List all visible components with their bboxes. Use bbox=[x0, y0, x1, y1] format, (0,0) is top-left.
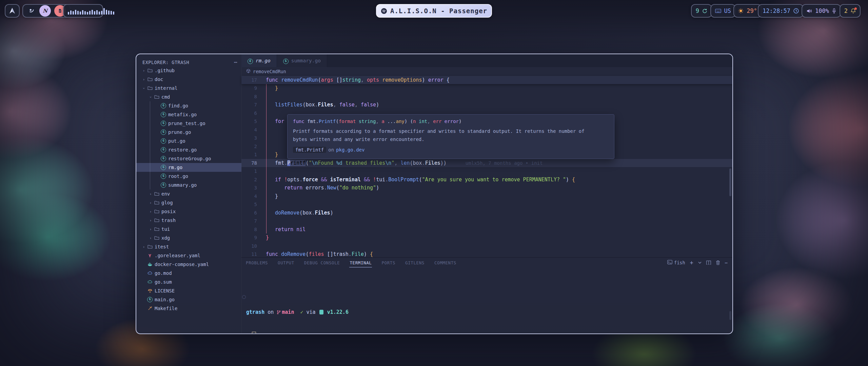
tree-item-go.sum[interactable]: go.sum bbox=[136, 278, 241, 286]
tab-rm.go[interactable]: Grm.go bbox=[241, 54, 277, 67]
tree-item-xdg[interactable]: ›xdg bbox=[136, 233, 241, 242]
audio-widget[interactable]: 100% bbox=[802, 4, 841, 18]
panel-tab-output[interactable]: OUTPUT bbox=[277, 260, 295, 266]
tree-item-env[interactable]: ›env bbox=[136, 189, 241, 198]
tree-item-label: xdg bbox=[161, 235, 170, 241]
code-token bbox=[266, 210, 275, 216]
tree-item-tui[interactable]: ›tui bbox=[136, 225, 241, 233]
code-line[interactable]: 78 fmt.Printf("\nFound %d trashed files\… bbox=[241, 159, 732, 167]
line-number: 4 bbox=[241, 194, 257, 199]
tree-item-cmd[interactable]: ›cmd bbox=[136, 93, 241, 101]
code-token: "do nothing" bbox=[339, 185, 376, 191]
tree-item-.github[interactable]: ›.github bbox=[136, 66, 241, 75]
explorer-more-actions-icon[interactable]: ⋯ bbox=[234, 59, 237, 65]
code-line[interactable]: 7 bbox=[241, 217, 732, 225]
tree-item-label: cmd bbox=[161, 94, 170, 100]
code-line[interactable]: 4 } bbox=[241, 192, 732, 201]
tree-item-.goreleaser.yaml[interactable]: Y.goreleaser.yaml bbox=[136, 251, 241, 260]
panel-tab-comments[interactable]: COMMENTS bbox=[434, 260, 457, 266]
kill-terminal-trash-icon[interactable] bbox=[716, 260, 720, 265]
breadcrumb[interactable]: removeCmdRun bbox=[241, 67, 732, 76]
code-token bbox=[266, 102, 275, 108]
tree-item-prune_test.go[interactable]: Gprune_test.go bbox=[136, 119, 241, 128]
terminal-profile-chevron-icon[interactable] bbox=[698, 262, 702, 264]
tree-item-Makefile[interactable]: Makefile bbox=[136, 304, 241, 313]
code-token: trashed files bbox=[342, 160, 385, 166]
tree-item-put.go[interactable]: Gput.go bbox=[136, 137, 241, 145]
tree-item-LICENSE[interactable]: LICENSE bbox=[136, 286, 241, 295]
bell-icon bbox=[851, 8, 856, 14]
tree-item-rm.go[interactable]: Grm.go bbox=[136, 163, 241, 172]
code-line[interactable]: 2 if !opts.force && isTerminal && !tui.B… bbox=[241, 176, 732, 184]
code-token bbox=[266, 85, 275, 91]
notifications-widget[interactable]: 2 bbox=[840, 4, 861, 18]
sticky-code-line[interactable]: 17func removeCmdRun(args []string, opts … bbox=[241, 76, 732, 84]
n-badge-icon[interactable]: N bbox=[39, 5, 51, 17]
code-line[interactable]: 3 return errors.New("do nothing") bbox=[241, 184, 732, 192]
code-line[interactable]: 9 } bbox=[241, 84, 732, 93]
code-token: listFiles bbox=[275, 102, 302, 108]
tree-item-main.go[interactable]: Gmain.go bbox=[136, 295, 241, 304]
panel-tab-terminal[interactable]: TERMINAL bbox=[349, 260, 372, 266]
panel-tab-gitlens[interactable]: GITLENS bbox=[405, 260, 425, 266]
code-line[interactable]: 1 bbox=[241, 167, 732, 176]
split-terminal-icon[interactable] bbox=[706, 261, 711, 265]
panel-more-actions-icon[interactable]: ⋯ bbox=[725, 260, 728, 265]
code-token: files bbox=[309, 251, 324, 257]
tree-item-go.mod[interactable]: go.mod bbox=[136, 269, 241, 278]
panel-tab-problems[interactable]: PROBLEMS bbox=[245, 260, 268, 266]
chevron-down-icon: › bbox=[149, 94, 153, 100]
now-playing-widget[interactable]: A.L.I.S.O.N - Passenger bbox=[376, 4, 492, 18]
tree-item-metafix.go[interactable]: Gmetafix.go bbox=[136, 110, 241, 119]
visualizer-bar bbox=[84, 11, 86, 15]
panel-tab-bar: PROBLEMSOUTPUTDEBUG CONSOLETERMINALPORTS… bbox=[245, 258, 457, 268]
code-line[interactable]: 7 listFiles(box.Files, false, false) bbox=[241, 101, 732, 109]
tree-item-root.go[interactable]: Groot.go bbox=[136, 172, 241, 181]
code-line[interactable]: 8 bbox=[241, 93, 732, 101]
tab-label: summary.go bbox=[291, 58, 321, 63]
clock-widget[interactable]: 12:28:57 bbox=[758, 4, 804, 18]
folder-github-icon bbox=[146, 68, 153, 73]
code-editor[interactable]: 17func removeCmdRun(args []string, opts … bbox=[241, 76, 732, 258]
tree-item-glog[interactable]: ›glog bbox=[136, 198, 241, 207]
code-line[interactable]: 9} bbox=[241, 233, 732, 242]
tab-summary.go[interactable]: Gsummary.go bbox=[277, 54, 327, 67]
tree-item-posix[interactable]: ›posix bbox=[136, 207, 241, 216]
terminal-content[interactable]: gtrash on main ✓ via v1.22.6 ❯ bbox=[246, 286, 726, 334]
panel-tab-debug-console[interactable]: DEBUG CONSOLE bbox=[304, 260, 340, 266]
tree-item-prune.go[interactable]: Gprune.go bbox=[136, 128, 241, 137]
editor-scrollbar[interactable] bbox=[729, 168, 731, 196]
tree-item-doc[interactable]: ›doc bbox=[136, 75, 241, 84]
code-token: any bbox=[396, 119, 405, 124]
keyboard-layout-widget[interactable]: US bbox=[710, 4, 736, 18]
launcher-button[interactable] bbox=[5, 4, 20, 18]
code-token: } bbox=[275, 151, 278, 158]
globe-icon[interactable] bbox=[27, 6, 36, 15]
code-token: . bbox=[324, 185, 327, 191]
code-text: return errors.New("do nothing") bbox=[257, 185, 379, 191]
updates-widget[interactable]: 9 bbox=[691, 4, 712, 18]
tree-item-restoreGroup.go[interactable]: GrestoreGroup.go bbox=[136, 154, 241, 163]
pkg-go-dev-link[interactable]: pkg.go.dev bbox=[336, 147, 364, 152]
code-line[interactable]: 8 return nil bbox=[241, 225, 732, 234]
tree-item-restore.go[interactable]: Grestore.go bbox=[136, 145, 241, 154]
panel-tab-ports[interactable]: PORTS bbox=[381, 260, 396, 266]
terminal-scrollbar[interactable] bbox=[729, 311, 731, 320]
tree-item-find.go[interactable]: Gfind.go bbox=[136, 101, 241, 110]
code-line[interactable]: 6 doRemove(box.Files) bbox=[241, 209, 732, 217]
tree-item-summary.go[interactable]: Gsummary.go bbox=[136, 181, 241, 189]
tree-item-itest[interactable]: ›itest bbox=[136, 242, 241, 251]
active-shell-item[interactable]: fish bbox=[667, 260, 685, 265]
code-token: P bbox=[287, 160, 290, 166]
speaker-icon bbox=[806, 8, 812, 14]
command-decoration-icon[interactable] bbox=[242, 295, 246, 299]
code-line[interactable]: 5 bbox=[241, 200, 732, 209]
new-terminal-button[interactable]: + bbox=[690, 259, 693, 266]
tree-item-trash[interactable]: ›trash bbox=[136, 216, 241, 225]
tree-item-docker-compose.yaml[interactable]: docker-compose.yaml bbox=[136, 260, 241, 269]
code-line[interactable]: 10 bbox=[241, 242, 732, 250]
go-file-icon: G bbox=[248, 58, 253, 64]
code-token: len bbox=[400, 160, 410, 166]
code-token: errors bbox=[305, 185, 324, 191]
tree-item-internal[interactable]: ›internal bbox=[136, 84, 241, 93]
